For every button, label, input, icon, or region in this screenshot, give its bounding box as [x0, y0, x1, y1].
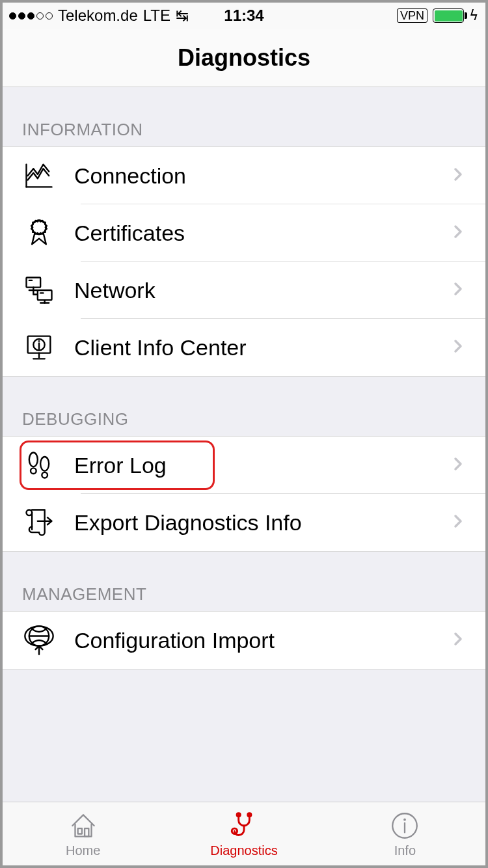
section-header-information: INFORMATION	[3, 87, 485, 146]
tab-label: Home	[66, 843, 100, 858]
globe-import-icon	[22, 623, 68, 657]
chevron-right-icon	[450, 513, 466, 532]
row-label: Client Info Center	[68, 335, 450, 360]
data-activity-icon: ↹	[176, 7, 189, 25]
row-connection[interactable]: Connection	[3, 147, 485, 204]
network-computers-icon	[22, 273, 68, 307]
group-debugging: Error Log Export Diagnostics Info	[3, 436, 485, 552]
section-header-debugging: DEBUGGING	[3, 377, 485, 436]
status-time: 11:34	[224, 7, 264, 25]
section-header-management: MANAGEMENT	[3, 552, 485, 611]
ribbon-icon	[22, 216, 68, 250]
row-label: Configuration Import	[68, 628, 450, 653]
row-label: Connection	[68, 163, 450, 189]
group-information: Connection Certificates	[3, 146, 485, 377]
tab-label: Diagnostics	[210, 843, 277, 858]
row-network[interactable]: Network	[3, 262, 485, 319]
signal-strength-icon	[9, 12, 53, 20]
charging-icon: ϟ	[469, 7, 479, 24]
tab-bar: Home Diagnostics Info	[3, 802, 485, 865]
svg-rect-12	[85, 828, 88, 837]
row-label: Network	[68, 278, 450, 303]
chevron-right-icon	[450, 281, 466, 299]
row-error-log[interactable]: Error Log	[3, 437, 485, 494]
chevron-right-icon	[450, 167, 466, 185]
svg-point-5	[38, 340, 40, 342]
info-monitor-icon	[22, 331, 68, 364]
svg-rect-1	[27, 278, 41, 288]
content-scroll[interactable]: INFORMATION Connection	[3, 87, 485, 802]
svg-rect-2	[38, 290, 52, 300]
chevron-right-icon	[450, 631, 466, 649]
row-client-info-center[interactable]: Client Info Center	[3, 319, 485, 376]
footsteps-icon	[22, 448, 68, 482]
status-bar: Telekom.de LTE ↹ 11:34 VPN ϟ	[3, 3, 485, 29]
tab-info[interactable]: Info	[325, 802, 485, 865]
row-label: Export Diagnostics Info	[68, 510, 450, 536]
tab-diagnostics[interactable]: Diagnostics	[163, 802, 324, 865]
carrier-label: Telekom.de	[58, 7, 138, 25]
network-type-label: LTE	[143, 7, 170, 25]
nav-bar: Diagnostics	[3, 29, 485, 87]
export-scroll-icon	[22, 506, 68, 539]
row-configuration-import[interactable]: Configuration Import	[3, 612, 485, 669]
svg-point-7	[31, 468, 36, 474]
page-title: Diagnostics	[178, 44, 310, 72]
row-label: Error Log	[68, 453, 450, 478]
tab-label: Info	[394, 843, 416, 858]
svg-point-6	[29, 453, 38, 467]
chevron-right-icon	[450, 338, 466, 357]
chart-line-icon	[22, 159, 68, 193]
row-export-diagnostics[interactable]: Export Diagnostics Info	[3, 494, 485, 551]
svg-point-17	[403, 819, 406, 821]
chevron-right-icon	[450, 456, 466, 474]
svg-rect-11	[77, 828, 81, 834]
vpn-badge: VPN	[397, 8, 427, 23]
group-management: Configuration Import	[3, 611, 485, 670]
svg-point-8	[40, 457, 49, 471]
row-label: Certificates	[68, 221, 450, 246]
svg-point-9	[42, 472, 47, 478]
row-certificates[interactable]: Certificates	[3, 204, 485, 262]
chevron-right-icon	[450, 224, 466, 242]
tab-home[interactable]: Home	[3, 802, 163, 865]
battery-icon	[433, 8, 464, 23]
